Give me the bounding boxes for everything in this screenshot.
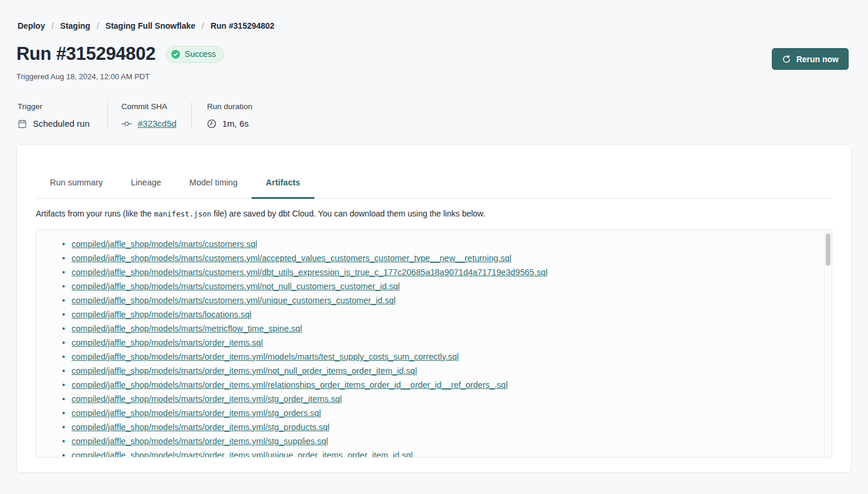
artifact-link[interactable]: compiled/jaffle_shop/models/marts/order_…	[72, 366, 417, 375]
breadcrumb-separator: /	[202, 21, 204, 31]
artifact-link[interactable]: compiled/jaffle_shop/models/marts/locati…	[72, 310, 252, 319]
clock-icon	[207, 119, 216, 128]
breadcrumb-item-staging[interactable]: Staging	[60, 21, 90, 31]
tab-model-timing[interactable]: Model timing	[175, 173, 252, 199]
artifact-link[interactable]: compiled/jaffle_shop/models/marts/custom…	[72, 282, 400, 291]
scrollbar-thumb[interactable]	[826, 234, 830, 266]
artifact-link[interactable]: compiled/jaffle_shop/models/marts/custom…	[72, 296, 396, 305]
breadcrumb-item-run[interactable]: Run #315294802	[211, 21, 274, 31]
breadcrumb: Deploy / Staging / Staging Full Snowflak…	[0, 0, 868, 31]
description-suffix: file) are saved by dbt Cloud. You can do…	[211, 209, 485, 218]
meta-trigger-label: Trigger	[18, 102, 107, 111]
trigger-value: Scheduled run	[33, 119, 90, 128]
artifact-link[interactable]: compiled/jaffle_shop/models/marts/order_…	[72, 422, 330, 432]
list-item: compiled/jaffle_shop/models/marts/metric…	[62, 322, 820, 336]
list-item: compiled/jaffle_shop/models/marts/order_…	[62, 406, 820, 420]
calendar-icon	[18, 119, 27, 128]
list-item: compiled/jaffle_shop/models/marts/locati…	[62, 307, 820, 322]
commit-icon	[121, 120, 132, 128]
commit-sha-link[interactable]: #323cd5d	[138, 119, 177, 128]
triggered-text: Triggered Aug 18, 2024, 12:00 AM PDT	[16, 72, 868, 81]
meta-trigger: Trigger Scheduled run	[18, 102, 107, 128]
check-icon	[171, 50, 180, 59]
list-item: compiled/jaffle_shop/models/marts/order_…	[62, 392, 820, 406]
rerun-button[interactable]: Rerun now	[772, 48, 849, 70]
list-item: compiled/jaffle_shop/models/marts/order_…	[62, 364, 820, 378]
artifacts-description: Artifacts from your runs (like the manif…	[36, 209, 832, 218]
meta-commit-label: Commit SHA	[121, 102, 191, 111]
run-meta: Trigger Scheduled run Commit SHA	[18, 102, 868, 128]
artifact-link[interactable]: compiled/jaffle_shop/models/marts/custom…	[72, 268, 547, 277]
artifact-link[interactable]: compiled/jaffle_shop/models/marts/metric…	[72, 324, 302, 333]
scrollbar[interactable]	[824, 230, 832, 457]
meta-commit: Commit SHA #323cd5d	[107, 102, 191, 128]
artifact-link[interactable]: compiled/jaffle_shop/models/marts/order_…	[72, 408, 321, 418]
breadcrumb-separator: /	[97, 21, 99, 31]
artifact-link[interactable]: compiled/jaffle_shop/models/marts/order_…	[72, 338, 263, 347]
list-item: compiled/jaffle_shop/models/marts/order_…	[62, 378, 820, 392]
artifact-link[interactable]: compiled/jaffle_shop/models/marts/order_…	[72, 437, 328, 446]
run-detail-card: Run summary Lineage Model timing Artifac…	[16, 144, 852, 473]
duration-value: 1m, 6s	[222, 119, 249, 128]
breadcrumb-item-deploy[interactable]: Deploy	[18, 21, 45, 31]
artifact-link[interactable]: compiled/jaffle_shop/models/marts/order_…	[72, 394, 342, 404]
list-item: compiled/jaffle_shop/models/marts/order_…	[62, 448, 820, 458]
tab-artifacts[interactable]: Artifacts	[252, 173, 314, 199]
list-item: compiled/jaffle_shop/models/marts/order_…	[62, 420, 820, 434]
list-item: compiled/jaffle_shop/models/marts/custom…	[62, 251, 820, 265]
artifact-link[interactable]: compiled/jaffle_shop/models/marts/order_…	[72, 352, 459, 361]
status-label: Success	[185, 49, 216, 59]
manifest-code: manifest.json	[154, 209, 212, 218]
breadcrumb-item-job[interactable]: Staging Full Snowflake	[106, 21, 195, 31]
list-item: compiled/jaffle_shop/models/marts/order_…	[62, 434, 820, 448]
artifact-link[interactable]: compiled/jaffle_shop/models/marts/order_…	[72, 380, 508, 390]
list-item: compiled/jaffle_shop/models/marts/order_…	[62, 350, 820, 364]
list-item: compiled/jaffle_shop/models/marts/custom…	[62, 265, 820, 279]
status-badge: Success	[166, 46, 224, 63]
tab-run-summary[interactable]: Run summary	[36, 173, 117, 199]
refresh-icon	[782, 55, 791, 64]
meta-duration: Run duration 1m, 6s	[191, 102, 252, 128]
page-title: Run #315294802	[16, 43, 155, 65]
tab-lineage[interactable]: Lineage	[117, 173, 175, 199]
tabs: Run summary Lineage Model timing Artifac…	[36, 173, 832, 199]
list-item: compiled/jaffle_shop/models/marts/custom…	[62, 293, 820, 307]
artifact-list: compiled/jaffle_shop/models/marts/custom…	[62, 237, 820, 458]
list-item: compiled/jaffle_shop/models/marts/custom…	[62, 237, 820, 251]
breadcrumb-separator: /	[52, 21, 54, 31]
artifact-link[interactable]: compiled/jaffle_shop/models/marts/order_…	[72, 451, 413, 458]
rerun-label: Rerun now	[796, 55, 839, 64]
list-item: compiled/jaffle_shop/models/marts/order_…	[62, 336, 820, 350]
meta-duration-label: Run duration	[207, 102, 252, 111]
list-item: compiled/jaffle_shop/models/marts/custom…	[62, 279, 820, 293]
header: Run #315294802 Success	[16, 43, 868, 65]
artifact-list-box: compiled/jaffle_shop/models/marts/custom…	[36, 229, 832, 458]
artifact-link[interactable]: compiled/jaffle_shop/models/marts/custom…	[72, 253, 511, 263]
artifact-link[interactable]: compiled/jaffle_shop/models/marts/custom…	[72, 239, 257, 249]
description-prefix: Artifacts from your runs (like the	[36, 209, 154, 218]
